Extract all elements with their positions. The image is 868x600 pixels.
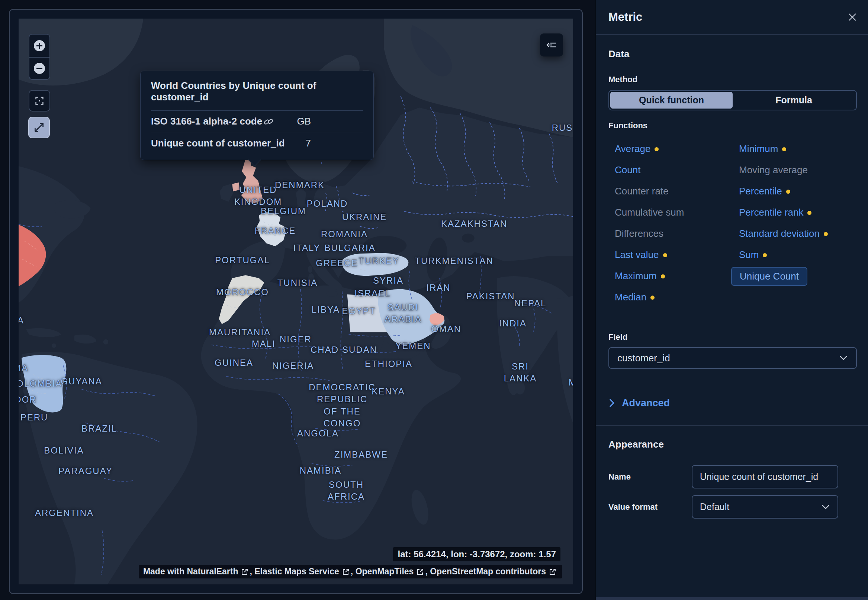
function-item[interactable]: Standard deviation bbox=[739, 226, 828, 241]
country-northern-ireland[interactable] bbox=[232, 183, 240, 191]
attribution-link[interactable]: OpenMapTiles , bbox=[355, 567, 430, 577]
flyout-title: Metric bbox=[609, 11, 642, 24]
panel-footer-edge bbox=[596, 597, 868, 600]
map-status-readout: lat: 56.4214, lon: -3.73672, zoom: 1.57 bbox=[393, 547, 560, 561]
function-item[interactable]: Minimum bbox=[739, 141, 786, 156]
chevron-down-icon bbox=[839, 355, 848, 361]
name-input[interactable]: Unique count of customer_id bbox=[692, 465, 838, 488]
external-link-icon bbox=[342, 568, 350, 576]
incompatible-dot-icon bbox=[786, 189, 790, 194]
close-button[interactable] bbox=[846, 11, 859, 24]
functions-grid: Average Count Counter rate Cumul bbox=[609, 141, 857, 311]
function-item[interactable]: Percentile rank bbox=[739, 205, 812, 220]
metric-flyout: Metric Data Method Quick function Formul… bbox=[595, 0, 868, 600]
minus-icon bbox=[33, 62, 46, 75]
function-item[interactable]: Count bbox=[615, 162, 640, 177]
function-item[interactable]: Counter rate bbox=[615, 183, 669, 198]
field-select[interactable]: customer_id bbox=[609, 347, 857, 369]
value-format-select[interactable]: Default bbox=[692, 495, 838, 518]
incompatible-dot-icon bbox=[654, 147, 659, 151]
fit-bounds-icon bbox=[33, 94, 46, 107]
chevron-down-icon bbox=[821, 504, 830, 510]
map-attribution: Made with NaturalEarth , Elastic Maps Se… bbox=[139, 565, 562, 579]
toggle-quick-function[interactable]: Quick function bbox=[610, 92, 733, 109]
collapse-legend-button[interactable] bbox=[540, 33, 563, 56]
tooltip-row: ISO 3166-1 alpha-2 code GB bbox=[151, 111, 363, 132]
incompatible-dot-icon bbox=[824, 232, 828, 236]
function-item[interactable]: Last value bbox=[615, 247, 667, 262]
value-format-label: Value format bbox=[609, 502, 692, 512]
data-section-heading: Data bbox=[609, 48, 857, 60]
collapse-legend-icon bbox=[546, 39, 557, 51]
function-item[interactable]: Maximum bbox=[615, 268, 665, 283]
map-card: RUS UNITED KINGDOM DENMARK POLAND BELGIU… bbox=[9, 9, 583, 594]
tooltip-row-label: ISO 3166-1 alpha-2 code bbox=[151, 116, 273, 127]
function-item[interactable]: Average bbox=[615, 141, 659, 156]
incompatible-dot-icon bbox=[661, 274, 665, 279]
close-icon bbox=[847, 12, 858, 23]
fit-to-data-button[interactable] bbox=[29, 90, 50, 112]
attribution-link[interactable]: Elastic Maps Service , bbox=[254, 567, 355, 577]
function-item[interactable]: Cumulative sum bbox=[615, 205, 684, 220]
incompatible-dot-icon bbox=[807, 211, 812, 215]
field-select-value: customer_id bbox=[618, 352, 670, 364]
value-format-value: Default bbox=[700, 502, 729, 512]
expand-button[interactable] bbox=[28, 117, 50, 138]
value-format-row: Value format Default bbox=[609, 495, 857, 518]
tooltip-row-value: 7 bbox=[306, 138, 363, 149]
toggle-formula[interactable]: Formula bbox=[733, 92, 855, 109]
advanced-label: Advanced bbox=[622, 397, 670, 409]
functions-label: Functions bbox=[609, 121, 857, 130]
function-item[interactable]: Moving average bbox=[739, 162, 808, 177]
divider bbox=[596, 425, 868, 426]
expand-icon bbox=[33, 121, 46, 134]
method-toggle: Quick function Formula bbox=[609, 90, 857, 111]
flyout-header: Metric bbox=[596, 0, 868, 35]
chevron-right-icon bbox=[609, 398, 615, 408]
tooltip-row-value: GB bbox=[297, 116, 363, 127]
external-link-icon bbox=[416, 568, 424, 576]
name-label: Name bbox=[609, 472, 692, 482]
zoom-controls bbox=[29, 34, 50, 80]
advanced-accordion[interactable]: Advanced bbox=[609, 396, 857, 410]
function-item[interactable]: Unique Count bbox=[731, 267, 807, 286]
tooltip-row: Unique count of customer_id 7 bbox=[151, 132, 363, 154]
link-icon[interactable] bbox=[264, 117, 273, 126]
incompatible-dot-icon bbox=[663, 253, 667, 257]
function-item[interactable]: Percentile bbox=[739, 183, 790, 198]
plus-icon bbox=[33, 39, 46, 52]
external-link-icon bbox=[549, 568, 557, 576]
function-item[interactable]: Differences bbox=[615, 226, 663, 241]
zoom-out-button[interactable] bbox=[29, 57, 50, 79]
function-item[interactable]: Median bbox=[615, 289, 654, 305]
incompatible-dot-icon bbox=[782, 147, 786, 151]
function-item[interactable]: Sum bbox=[739, 247, 767, 262]
name-row: Name Unique count of customer_id bbox=[609, 465, 857, 488]
zoom-in-button[interactable] bbox=[29, 35, 50, 57]
map-tooltip: World Countries by Unique count of custo… bbox=[140, 71, 374, 160]
attribution-link[interactable]: Made with NaturalEarth , bbox=[143, 567, 254, 577]
incompatible-dot-icon bbox=[763, 253, 767, 257]
tooltip-row-label: Unique count of customer_id bbox=[151, 138, 285, 149]
field-label: Field bbox=[609, 332, 857, 342]
external-link-icon bbox=[241, 568, 249, 576]
method-label: Method bbox=[609, 75, 857, 84]
appearance-section-heading: Appearance bbox=[609, 439, 857, 450]
incompatible-dot-icon bbox=[651, 295, 654, 300]
attribution-link[interactable]: OpenStreetMap contributors bbox=[430, 567, 557, 577]
tooltip-title: World Countries by Unique count of custo… bbox=[151, 80, 363, 103]
map-canvas[interactable]: RUS UNITED KINGDOM DENMARK POLAND BELGIU… bbox=[18, 18, 573, 584]
